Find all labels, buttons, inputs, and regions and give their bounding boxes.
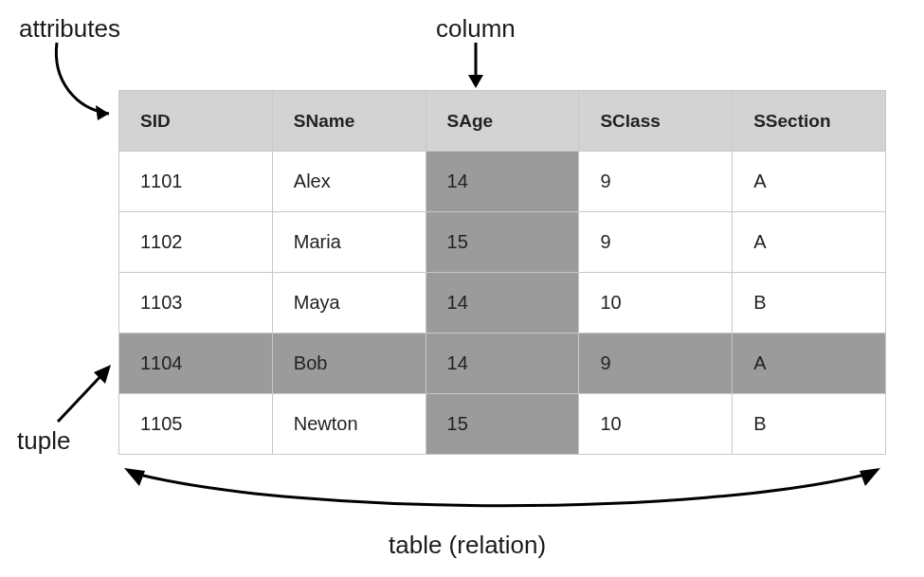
column-header-ssection: SSection [733, 91, 886, 152]
cell-sclass: 9 [579, 212, 733, 273]
column-header-sid: SID [119, 91, 273, 152]
cell-sname: Alex [272, 152, 426, 212]
cell-sid: 1103 [119, 273, 273, 334]
arrow-column-icon [464, 43, 493, 95]
cell-sclass: 10 [579, 394, 733, 455]
cell-sid: 1102 [119, 212, 273, 273]
cell-ssection: B [733, 273, 886, 334]
label-column: column [436, 14, 516, 44]
cell-sname: Bob [272, 334, 426, 394]
label-relation: table (relation) [389, 531, 546, 560]
table-row: 1105 Newton 15 10 B [119, 394, 886, 455]
svg-marker-6 [860, 468, 880, 486]
table-row: 1101 Alex 14 9 A [119, 152, 886, 212]
cell-ssection: A [733, 152, 886, 212]
cell-sname: Maria [272, 212, 426, 273]
column-header-sname: SName [272, 91, 426, 152]
arrow-relation-icon [118, 464, 886, 521]
column-header-sclass: SClass [579, 91, 733, 152]
cell-ssection: B [733, 394, 886, 455]
cell-sclass: 10 [579, 273, 733, 334]
cell-sid: 1105 [119, 394, 273, 455]
cell-sid: 1104 [119, 334, 273, 394]
table-row: 1102 Maria 15 9 A [119, 212, 886, 273]
arrow-attributes-icon [43, 38, 128, 123]
table-header-row: SID SName SAge SClass SSection [119, 91, 886, 152]
cell-sage: 14 [426, 273, 579, 334]
svg-marker-2 [468, 75, 483, 88]
table-row-highlighted: 1104 Bob 14 9 A [119, 334, 886, 394]
cell-sage: 14 [426, 152, 579, 212]
svg-marker-0 [96, 105, 109, 120]
cell-sclass: 9 [579, 334, 733, 394]
table-row: 1103 Maya 14 10 B [119, 273, 886, 334]
cell-sname: Newton [272, 394, 426, 455]
cell-sage: 15 [426, 394, 579, 455]
svg-line-3 [58, 372, 104, 422]
relation-table: SID SName SAge SClass SSection 1101 Alex… [118, 90, 886, 455]
column-header-sage: SAge [426, 91, 579, 152]
cell-sclass: 9 [579, 152, 733, 212]
cell-ssection: A [733, 334, 886, 394]
arrow-tuple-icon [52, 355, 128, 431]
cell-sage: 14 [426, 334, 579, 394]
cell-ssection: A [733, 212, 886, 273]
cell-sid: 1101 [119, 152, 273, 212]
cell-sage: 15 [426, 212, 579, 273]
svg-marker-5 [124, 468, 145, 486]
cell-sname: Maya [272, 273, 426, 334]
